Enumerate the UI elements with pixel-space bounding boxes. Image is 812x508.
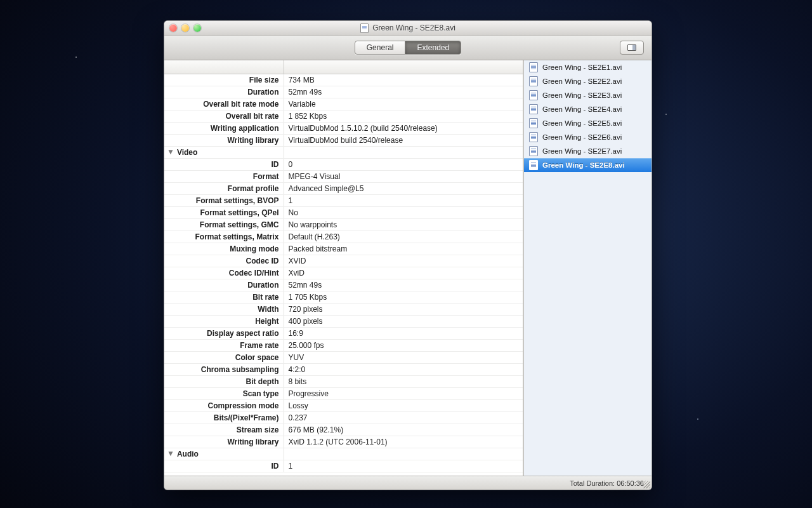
property-row[interactable]: Bits/(Pixel*Frame)0.237 <box>164 411 523 424</box>
disclosure-triangle-icon[interactable]: ▼ <box>167 449 174 458</box>
property-row[interactable]: Format settings, QPelNo <box>164 206 523 218</box>
property-row[interactable]: Muxing modePacked bitstream <box>164 243 523 255</box>
property-value: 1 852 Kbps <box>284 110 523 122</box>
disclosure-triangle-icon[interactable]: ▼ <box>167 147 174 156</box>
property-row[interactable]: Height400 pixels <box>164 315 523 327</box>
avi-file-icon <box>529 160 538 170</box>
property-key: Format settings, GMC <box>164 218 284 231</box>
property-key: Muxing mode <box>164 243 284 255</box>
property-row[interactable]: Overall bit rate1 852 Kbps <box>164 110 523 122</box>
property-row[interactable]: Codec IDXVID <box>164 255 523 267</box>
avi-file-icon <box>529 146 538 156</box>
property-row[interactable]: Format settings, GMCNo warppoints <box>164 218 523 231</box>
property-key: Bits/(Pixel*Frame) <box>164 411 284 424</box>
toolbar: General Extended <box>164 36 652 60</box>
property-row[interactable]: Bit depth8 bits <box>164 375 523 387</box>
property-key: File size <box>164 74 284 86</box>
property-row[interactable]: Overall bit rate modeVariable <box>164 98 523 110</box>
property-key: Format settings, BVOP <box>164 194 284 206</box>
file-item-label: Green Wing - SE2E7.avi <box>542 147 622 155</box>
property-row[interactable]: Bit rate1 705 Kbps <box>164 291 523 303</box>
file-item[interactable]: Green Wing - SE2E6.avi <box>524 130 652 144</box>
traffic-lights <box>169 24 201 32</box>
property-row[interactable]: Format settings, MatrixDefault (H.263) <box>164 231 523 243</box>
property-key: Scan type <box>164 387 284 399</box>
file-item[interactable]: Green Wing - SE2E3.avi <box>524 88 652 102</box>
property-row[interactable]: Color spaceYUV <box>164 351 523 363</box>
property-row[interactable]: Writing libraryXviD 1.1.2 (UTC 2006-11-0… <box>164 436 523 448</box>
property-row[interactable]: Chroma subsampling4:2:0 <box>164 363 523 375</box>
property-key: Codec ID/Hint <box>164 267 284 279</box>
property-key: Writing library <box>164 134 284 146</box>
property-value: 0 <box>284 158 523 170</box>
property-key: ID <box>164 158 284 170</box>
file-list[interactable]: Green Wing - SE2E1.aviGreen Wing - SE2E2… <box>523 60 652 476</box>
file-item[interactable]: Green Wing - SE2E8.avi <box>524 158 652 172</box>
minimize-icon[interactable] <box>181 24 189 32</box>
property-row[interactable]: Stream size676 MB (92.1%) <box>164 424 523 436</box>
property-row[interactable]: Format profileAdvanced Simple@L5 <box>164 182 523 194</box>
property-key: Format settings, Matrix <box>164 231 284 243</box>
file-item[interactable]: Green Wing - SE2E1.avi <box>524 60 652 74</box>
zoom-icon[interactable] <box>193 24 201 32</box>
property-key: Bit rate <box>164 291 284 303</box>
property-key: Color space <box>164 351 284 363</box>
file-item-label: Green Wing - SE2E6.avi <box>542 133 622 141</box>
property-key: Height <box>164 315 284 327</box>
property-key: Chroma subsampling <box>164 363 284 375</box>
property-key: Format <box>164 170 284 182</box>
property-value: No <box>284 206 523 218</box>
property-key: Bit depth <box>164 375 284 387</box>
properties-pane[interactable]: File size734 MBDuration52mn 49sOverall b… <box>164 60 523 476</box>
property-value: Advanced Simple@L5 <box>284 182 523 194</box>
property-value: XviD <box>284 267 523 279</box>
property-row[interactable]: Compression modeLossy <box>164 399 523 411</box>
file-item[interactable]: Green Wing - SE2E5.avi <box>524 116 652 130</box>
property-value: Packed bitstream <box>284 243 523 255</box>
property-row[interactable]: Display aspect ratio16:9 <box>164 327 523 339</box>
property-value: XVID <box>284 255 523 267</box>
close-icon[interactable] <box>169 24 177 32</box>
property-row[interactable]: Width720 pixels <box>164 303 523 315</box>
file-item[interactable]: Green Wing - SE2E7.avi <box>524 144 652 158</box>
property-row[interactable]: Scan typeProgressive <box>164 387 523 399</box>
titlebar[interactable]: Green Wing - SE2E8.avi <box>164 21 652 36</box>
property-value: Variable <box>284 98 523 110</box>
property-key: Stream size <box>164 424 284 436</box>
property-row[interactable]: ID0 <box>164 158 523 170</box>
property-value: MPEG-4 Visual <box>284 170 523 182</box>
section-header[interactable]: ▼Audio <box>164 448 523 460</box>
window-title: Green Wing - SE2E8.avi <box>372 23 455 32</box>
property-key: Writing application <box>164 122 284 134</box>
property-value: 720 pixels <box>284 303 523 315</box>
property-row[interactable]: Duration52mn 49s <box>164 279 523 291</box>
file-item[interactable]: Green Wing - SE2E2.avi <box>524 74 652 88</box>
property-key: Format profile <box>164 182 284 194</box>
property-key: Duration <box>164 279 284 291</box>
view-segmented-control: General Extended <box>355 41 461 55</box>
property-key: ID <box>164 460 284 472</box>
property-key: Frame rate <box>164 339 284 351</box>
app-window: Green Wing - SE2E8.avi General Extended … <box>164 20 652 490</box>
property-row[interactable]: Frame rate25.000 fps <box>164 339 523 351</box>
property-row[interactable]: FormatMPEG-4 Visual <box>164 170 523 182</box>
property-row[interactable]: Writing applicationVirtualDubMod 1.5.10.… <box>164 122 523 134</box>
tab-extended[interactable]: Extended <box>405 41 461 55</box>
property-row[interactable]: Duration52mn 49s <box>164 86 523 98</box>
tab-general[interactable]: General <box>355 41 406 55</box>
property-value: Default (H.263) <box>284 231 523 243</box>
property-value: 8 bits <box>284 375 523 387</box>
property-value: No warppoints <box>284 218 523 231</box>
total-duration: Total Duration: 06:50:36 <box>570 479 644 487</box>
property-row[interactable]: Codec ID/HintXviD <box>164 267 523 279</box>
file-item[interactable]: Green Wing - SE2E4.avi <box>524 102 652 116</box>
property-row[interactable]: File size734 MB <box>164 74 523 86</box>
section-header[interactable]: ▼Video <box>164 146 523 158</box>
toggle-sidebar-button[interactable] <box>620 41 644 55</box>
property-key: Codec ID <box>164 255 284 267</box>
property-value: VirtualDubMod 1.5.10.2 (build 2540/relea… <box>284 122 523 134</box>
property-row[interactable]: Writing libraryVirtualDubMod build 2540/… <box>164 134 523 146</box>
property-row[interactable]: ID1 <box>164 460 523 472</box>
file-item-label: Green Wing - SE2E2.avi <box>542 77 622 85</box>
property-row[interactable]: Format settings, BVOP1 <box>164 194 523 206</box>
